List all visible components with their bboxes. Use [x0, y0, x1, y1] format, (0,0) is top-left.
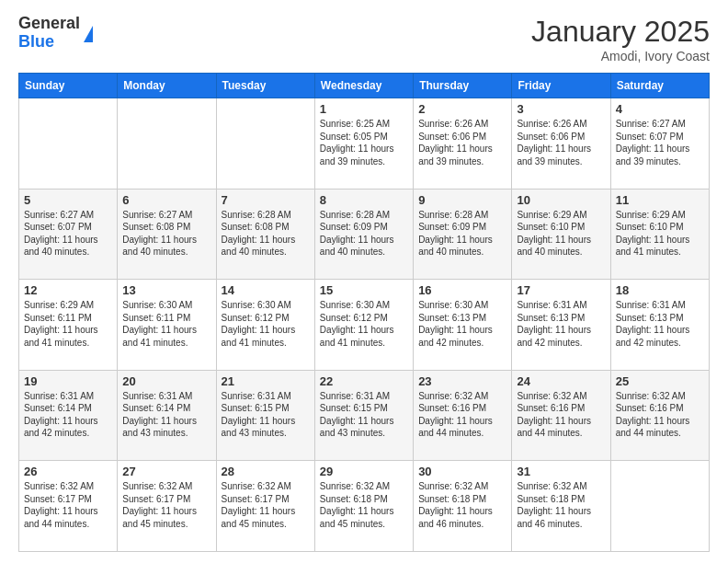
calendar-cell: 20Sunrise: 6:31 AM Sunset: 6:14 PM Dayli…	[118, 370, 216, 461]
day-number: 25	[616, 374, 704, 388]
calendar-cell: 22Sunrise: 6:31 AM Sunset: 6:15 PM Dayli…	[314, 370, 413, 461]
calendar-cell: 4Sunrise: 6:27 AM Sunset: 6:07 PM Daylig…	[610, 98, 709, 190]
day-info: Sunrise: 6:29 AM Sunset: 6:11 PM Dayligh…	[24, 299, 112, 349]
day-info: Sunrise: 6:31 AM Sunset: 6:13 PM Dayligh…	[517, 299, 605, 349]
day-info: Sunrise: 6:28 AM Sunset: 6:08 PM Dayligh…	[222, 209, 310, 259]
day-number: 11	[616, 193, 704, 207]
day-number: 21	[222, 374, 310, 388]
day-number: 23	[418, 374, 506, 388]
main-title: January 2025	[531, 15, 710, 49]
day-info: Sunrise: 6:31 AM Sunset: 6:15 PM Dayligh…	[320, 390, 408, 440]
col-header-sunday: Sunday	[19, 74, 118, 98]
day-info: Sunrise: 6:31 AM Sunset: 6:13 PM Dayligh…	[616, 299, 704, 349]
calendar-cell: 10Sunrise: 6:29 AM Sunset: 6:10 PM Dayli…	[512, 189, 610, 280]
calendar-cell	[118, 98, 216, 190]
calendar-cell: 11Sunrise: 6:29 AM Sunset: 6:10 PM Dayli…	[610, 189, 709, 280]
calendar-cell	[19, 98, 118, 190]
col-header-thursday: Thursday	[414, 74, 512, 98]
day-number: 1	[320, 102, 408, 116]
calendar-cell: 5Sunrise: 6:27 AM Sunset: 6:07 PM Daylig…	[19, 189, 118, 280]
page: General Blue January 2025 Amodi, Ivory C…	[0, 0, 728, 563]
calendar-cell: 9Sunrise: 6:28 AM Sunset: 6:09 PM Daylig…	[414, 189, 512, 280]
calendar-cell	[610, 461, 709, 552]
day-info: Sunrise: 6:32 AM Sunset: 6:16 PM Dayligh…	[418, 390, 506, 440]
day-info: Sunrise: 6:27 AM Sunset: 6:07 PM Dayligh…	[616, 118, 704, 167]
day-info: Sunrise: 6:29 AM Sunset: 6:10 PM Dayligh…	[517, 209, 605, 259]
day-number: 31	[517, 465, 605, 478]
day-number: 4	[616, 102, 704, 116]
day-info: Sunrise: 6:32 AM Sunset: 6:16 PM Dayligh…	[517, 390, 605, 440]
calendar-cell: 21Sunrise: 6:31 AM Sunset: 6:15 PM Dayli…	[216, 370, 314, 461]
col-header-saturday: Saturday	[610, 74, 709, 98]
day-info: Sunrise: 6:32 AM Sunset: 6:17 PM Dayligh…	[122, 480, 210, 530]
header: General Blue January 2025 Amodi, Ivory C…	[18, 15, 710, 63]
day-info: Sunrise: 6:26 AM Sunset: 6:06 PM Dayligh…	[418, 118, 506, 167]
calendar-cell: 18Sunrise: 6:31 AM Sunset: 6:13 PM Dayli…	[610, 280, 709, 371]
calendar-cell: 17Sunrise: 6:31 AM Sunset: 6:13 PM Dayli…	[512, 280, 610, 371]
day-info: Sunrise: 6:31 AM Sunset: 6:14 PM Dayligh…	[24, 390, 112, 440]
day-info: Sunrise: 6:30 AM Sunset: 6:12 PM Dayligh…	[320, 299, 408, 349]
logo-triangle-icon	[84, 26, 93, 42]
title-block: January 2025 Amodi, Ivory Coast	[531, 15, 710, 63]
col-header-tuesday: Tuesday	[216, 74, 314, 98]
col-header-monday: Monday	[118, 74, 216, 98]
calendar-cell: 26Sunrise: 6:32 AM Sunset: 6:17 PM Dayli…	[19, 461, 118, 552]
day-info: Sunrise: 6:32 AM Sunset: 6:17 PM Dayligh…	[24, 480, 112, 530]
calendar-cell: 16Sunrise: 6:30 AM Sunset: 6:13 PM Dayli…	[414, 280, 512, 371]
calendar-cell: 23Sunrise: 6:32 AM Sunset: 6:16 PM Dayli…	[414, 370, 512, 461]
day-number: 27	[122, 465, 210, 478]
day-info: Sunrise: 6:27 AM Sunset: 6:07 PM Dayligh…	[24, 209, 112, 259]
calendar-cell: 1Sunrise: 6:25 AM Sunset: 6:05 PM Daylig…	[314, 98, 413, 190]
day-number: 16	[418, 283, 506, 297]
day-number: 13	[122, 283, 210, 297]
day-info: Sunrise: 6:26 AM Sunset: 6:06 PM Dayligh…	[517, 118, 605, 167]
calendar-cell	[216, 98, 314, 190]
calendar-cell: 2Sunrise: 6:26 AM Sunset: 6:06 PM Daylig…	[414, 98, 512, 190]
day-number: 15	[320, 283, 408, 297]
day-number: 24	[517, 374, 605, 388]
calendar-cell: 30Sunrise: 6:32 AM Sunset: 6:18 PM Dayli…	[414, 461, 512, 552]
calendar-cell: 29Sunrise: 6:32 AM Sunset: 6:18 PM Dayli…	[314, 461, 413, 552]
day-info: Sunrise: 6:29 AM Sunset: 6:10 PM Dayligh…	[616, 209, 704, 259]
day-number: 19	[24, 374, 112, 388]
day-number: 18	[616, 283, 704, 297]
day-info: Sunrise: 6:28 AM Sunset: 6:09 PM Dayligh…	[320, 209, 408, 259]
calendar-cell: 14Sunrise: 6:30 AM Sunset: 6:12 PM Dayli…	[216, 280, 314, 371]
calendar-cell: 24Sunrise: 6:32 AM Sunset: 6:16 PM Dayli…	[512, 370, 610, 461]
calendar-table: SundayMondayTuesdayWednesdayThursdayFrid…	[18, 73, 710, 552]
day-number: 12	[24, 283, 112, 297]
day-number: 9	[418, 193, 506, 207]
day-number: 22	[320, 374, 408, 388]
day-info: Sunrise: 6:25 AM Sunset: 6:05 PM Dayligh…	[320, 118, 408, 167]
calendar-cell: 27Sunrise: 6:32 AM Sunset: 6:17 PM Dayli…	[118, 461, 216, 552]
day-number: 10	[517, 193, 605, 207]
col-header-wednesday: Wednesday	[314, 74, 413, 98]
col-header-friday: Friday	[512, 74, 610, 98]
subtitle: Amodi, Ivory Coast	[531, 49, 710, 63]
logo-blue: Blue	[18, 33, 80, 52]
day-info: Sunrise: 6:32 AM Sunset: 6:18 PM Dayligh…	[517, 480, 605, 530]
day-info: Sunrise: 6:27 AM Sunset: 6:08 PM Dayligh…	[122, 209, 210, 259]
logo-general: General	[18, 15, 80, 33]
day-info: Sunrise: 6:31 AM Sunset: 6:15 PM Dayligh…	[222, 390, 310, 440]
calendar-cell: 15Sunrise: 6:30 AM Sunset: 6:12 PM Dayli…	[314, 280, 413, 371]
day-info: Sunrise: 6:31 AM Sunset: 6:14 PM Dayligh…	[122, 390, 210, 440]
day-info: Sunrise: 6:28 AM Sunset: 6:09 PM Dayligh…	[418, 209, 506, 259]
calendar-cell: 12Sunrise: 6:29 AM Sunset: 6:11 PM Dayli…	[19, 280, 118, 371]
day-number: 17	[517, 283, 605, 297]
day-info: Sunrise: 6:30 AM Sunset: 6:11 PM Dayligh…	[122, 299, 210, 349]
day-number: 26	[24, 465, 112, 478]
day-info: Sunrise: 6:32 AM Sunset: 6:16 PM Dayligh…	[616, 390, 704, 440]
day-number: 5	[24, 193, 112, 207]
day-number: 8	[320, 193, 408, 207]
calendar-cell: 19Sunrise: 6:31 AM Sunset: 6:14 PM Dayli…	[19, 370, 118, 461]
day-info: Sunrise: 6:30 AM Sunset: 6:13 PM Dayligh…	[418, 299, 506, 349]
day-number: 3	[517, 102, 605, 116]
day-number: 20	[122, 374, 210, 388]
calendar-cell: 8Sunrise: 6:28 AM Sunset: 6:09 PM Daylig…	[314, 189, 413, 280]
day-number: 7	[222, 193, 310, 207]
logo: General Blue	[18, 15, 93, 52]
calendar-cell: 13Sunrise: 6:30 AM Sunset: 6:11 PM Dayli…	[118, 280, 216, 371]
day-info: Sunrise: 6:32 AM Sunset: 6:18 PM Dayligh…	[320, 480, 408, 530]
day-number: 28	[222, 465, 310, 478]
